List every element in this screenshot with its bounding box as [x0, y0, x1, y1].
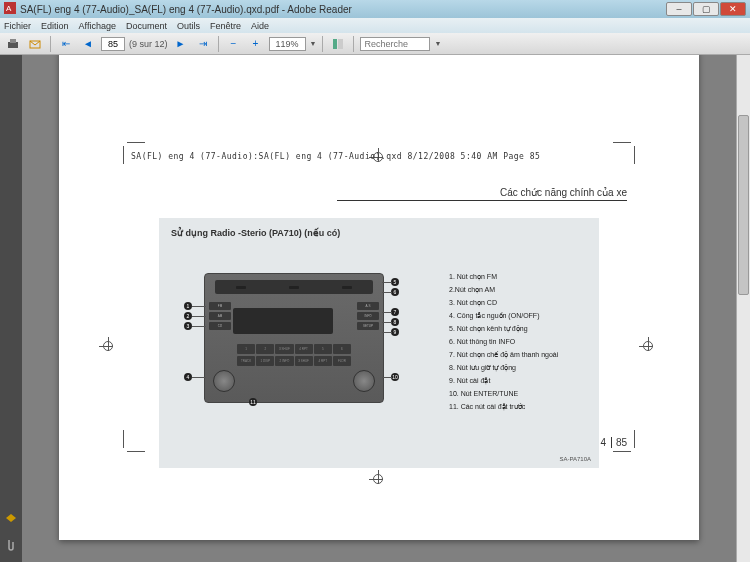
print-button[interactable] — [4, 35, 22, 53]
page-number-input[interactable] — [101, 37, 125, 51]
section-title: Các chức năng chính của xe — [337, 187, 627, 201]
registration-mark — [369, 470, 389, 490]
toolbar: ⇤ ◄ (9 sur 12) ► ⇥ − + 119% ▼ ▼ — [0, 33, 750, 55]
zoom-dropdown-icon[interactable]: ▼ — [310, 40, 317, 47]
figure-title: Sử dụng Radio -Sterio (PA710) (nếu có) — [171, 228, 340, 238]
callout-11: 11 — [249, 398, 257, 406]
setup-btn: SETUP — [357, 322, 379, 330]
window-titlebar: A SA(FL) eng 4 (77-Audio)_SA(FL) eng 4 (… — [0, 0, 750, 18]
callout-8: 8 — [391, 318, 399, 326]
svg-text:A: A — [6, 4, 12, 13]
lead — [192, 326, 206, 327]
document-viewport: SA(FL) eng 4 (77-Audio):SA(FL) eng 4 (77… — [22, 55, 736, 562]
left-sidebar — [0, 55, 22, 562]
preset: 4 RPT — [295, 344, 313, 354]
separator — [353, 36, 354, 52]
scroll-thumb[interactable] — [738, 115, 749, 295]
toggle-sidebar-button[interactable] — [329, 35, 347, 53]
legend-item: 3. Nút chọn CD — [449, 296, 558, 309]
menu-aide[interactable]: Aide — [251, 21, 269, 31]
callout-1: 1 — [184, 302, 192, 310]
page-next-button[interactable]: ► — [172, 35, 190, 53]
search-input[interactable] — [360, 37, 430, 51]
preset: 2 — [256, 344, 274, 354]
page-last-button[interactable]: ⇥ — [194, 35, 212, 53]
separator — [218, 36, 219, 52]
right-buttons: A.S INFO SETUP — [357, 302, 379, 330]
legend-item: 7. Nút chọn chế độ âm thanh ngoài — [449, 348, 558, 361]
legend-item: 2.Nút chọn AM — [449, 283, 558, 296]
menu-document[interactable]: Document — [126, 21, 167, 31]
preset: 3 SHUF — [275, 344, 293, 354]
volume-knob — [213, 370, 235, 392]
search-dropdown-icon[interactable]: ▼ — [434, 40, 441, 47]
legend-item: 11. Các nút cài đặt trước — [449, 400, 558, 413]
tune-knob — [353, 370, 375, 392]
lead — [382, 377, 392, 378]
figure-panel: Sử dụng Radio -Sterio (PA710) (nếu có) F… — [159, 218, 599, 468]
radio-illustration: FM AM CD A.S INFO SETUP 1 2 3 SHUF 4 RPT… — [204, 273, 384, 403]
lead — [382, 312, 392, 313]
attachments-icon[interactable] — [4, 538, 18, 552]
as-btn: A.S — [357, 302, 379, 310]
preset: TRACK — [237, 356, 255, 366]
callout-6: 6 — [391, 288, 399, 296]
lead — [192, 316, 206, 317]
preset: 2 INFO — [275, 356, 293, 366]
minimize-button[interactable]: – — [666, 2, 692, 16]
email-button[interactable] — [26, 35, 44, 53]
vertical-scrollbar[interactable] — [736, 55, 750, 562]
am-btn: AM — [209, 312, 231, 320]
lcd-display — [233, 308, 333, 334]
legend-item: 4. Công tắc nguồn (ON/OFF) — [449, 309, 558, 322]
callout-5: 5 — [391, 278, 399, 286]
zoom-level[interactable]: 119% — [269, 37, 306, 51]
preset-row-1: 1 2 3 SHUF 4 RPT 5 6 — [237, 344, 351, 354]
lead — [382, 322, 392, 323]
menubar: Fichier Edition Affichage Document Outil… — [0, 18, 750, 33]
section-number: 4 — [601, 437, 607, 448]
app-icon: A — [4, 2, 16, 16]
page-first-button[interactable]: ⇤ — [57, 35, 75, 53]
preset-row-2: TRACK 1 DISP 2 INFO 3 SHUF 4 RPT FLDR — [237, 356, 351, 366]
preset: 1 DISP — [256, 356, 274, 366]
registration-mark — [639, 337, 659, 357]
lead — [192, 306, 206, 307]
legend-item: 10. Nút ENTER/TUNE — [449, 387, 558, 400]
callout-3: 3 — [184, 322, 192, 330]
page-footer: 4 85 — [601, 437, 627, 448]
menu-affichage[interactable]: Affichage — [79, 21, 116, 31]
separator — [50, 36, 51, 52]
callout-7: 7 — [391, 308, 399, 316]
lead — [382, 282, 392, 283]
lead — [382, 332, 392, 333]
pdf-page: SA(FL) eng 4 (77-Audio):SA(FL) eng 4 (77… — [59, 55, 699, 540]
menu-fenetre[interactable]: Fenêtre — [210, 21, 241, 31]
zoom-in-button[interactable]: + — [247, 35, 265, 53]
lead — [382, 292, 392, 293]
page-total-label: (9 sur 12) — [129, 39, 168, 49]
page-prev-button[interactable]: ◄ — [79, 35, 97, 53]
separator — [322, 36, 323, 52]
menu-edition[interactable]: Edition — [41, 21, 69, 31]
file-header-text: SA(FL) eng 4 (77-Audio):SA(FL) eng 4 (77… — [131, 152, 627, 161]
crop-corner — [123, 430, 145, 452]
zoom-out-button[interactable]: − — [225, 35, 243, 53]
legend-item: 9. Nút cài đặt — [449, 374, 558, 387]
layers-icon[interactable] — [4, 512, 18, 526]
menu-outils[interactable]: Outils — [177, 21, 200, 31]
menu-fichier[interactable]: Fichier — [4, 21, 31, 31]
registration-mark — [99, 337, 119, 357]
close-button[interactable]: ✕ — [720, 2, 746, 16]
preset: 6 — [333, 344, 351, 354]
callout-4: 4 — [184, 373, 192, 381]
preset: 5 — [314, 344, 332, 354]
preset: 3 SHUF — [295, 356, 313, 366]
callout-legend: 1. Nút chọn FM 2.Nút chọn AM 3. Nút chọn… — [449, 270, 558, 413]
legend-item: 1. Nút chọn FM — [449, 270, 558, 283]
fm-btn: FM — [209, 302, 231, 310]
cd-slot — [215, 280, 373, 294]
callout-2: 2 — [184, 312, 192, 320]
maximize-button[interactable]: ▢ — [693, 2, 719, 16]
legend-item: 8. Nút lưu giữ tự động — [449, 361, 558, 374]
